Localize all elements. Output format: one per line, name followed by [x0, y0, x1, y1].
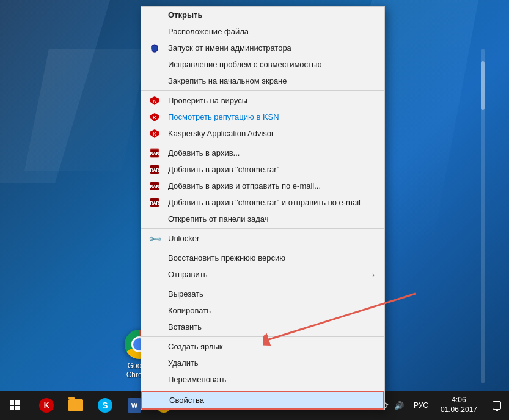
svg-text:RAR: RAR — [150, 151, 159, 156]
menu-label-file-location: Расположение файла — [168, 27, 249, 36]
taskbar-item-folder[interactable] — [61, 391, 90, 420]
menu-item-create-shortcut[interactable]: Создать ярлык — [141, 338, 384, 355]
menu-item-cut[interactable]: Вырезать — [141, 286, 384, 302]
menu-label-troubleshoot: Исправление проблем с совместимостью — [168, 60, 322, 69]
rar-icon-1: RAR — [148, 147, 161, 159]
svg-text:K: K — [153, 115, 156, 120]
notification-center-button[interactable] — [485, 391, 509, 420]
menu-label-unlocker: Unlocker — [168, 234, 199, 243]
send-to-arrow-icon: › — [372, 271, 375, 278]
separator-1 — [141, 90, 384, 91]
wrench-icon: 🔧 — [148, 233, 161, 245]
menu-label-add-send-email: Добавить в архив и отправить по e-mail..… — [168, 181, 321, 190]
right-accent — [481, 49, 485, 383]
context-menu: Открыть Расположение файла Запуск от име… — [141, 6, 385, 410]
menu-label-open: Открыть — [168, 10, 202, 20]
menu-item-delete[interactable]: Удалить — [141, 355, 384, 371]
menu-label-rename: Переименовать — [168, 375, 226, 384]
system-clock[interactable]: 4:06 01.06.2017 — [433, 391, 485, 420]
menu-label-restore-prev: Восстановить прежнюю версию — [168, 253, 285, 262]
menu-item-run-as-admin[interactable]: Запуск от имени администратора — [141, 40, 384, 56]
menu-label-add-chrome-email: Добавить в архив "chrome.rar" и отправит… — [168, 198, 361, 207]
menu-item-unlocker[interactable]: 🔧 Unlocker — [141, 230, 384, 247]
menu-label-delete: Удалить — [168, 358, 199, 368]
svg-text:RAR: RAR — [150, 168, 159, 172]
separator-2 — [141, 143, 384, 143]
windows-logo-icon — [10, 400, 20, 410]
menu-label-pin-start: Закрепить на начальном экране — [168, 76, 287, 85]
kaspersky-taskbar-icon: K — [39, 398, 54, 413]
accent-handle — [481, 61, 485, 110]
menu-item-add-archive[interactable]: RAR Добавить в архив... — [141, 145, 384, 161]
menu-item-scan-virus[interactable]: K Проверить на вирусы — [141, 92, 384, 109]
menu-item-view-ksn[interactable]: K Посмотреть репутацию в KSN — [141, 109, 384, 125]
menu-label-properties: Свойства — [169, 396, 204, 405]
menu-label-scan-virus: Проверить на вирусы — [168, 96, 247, 105]
menu-label-view-ksn: Посмотреть репутацию в KSN — [168, 112, 279, 121]
kaspersky-icon-2: K — [148, 111, 161, 123]
svg-text:RAR: RAR — [150, 201, 159, 205]
taskbar-item-skype[interactable]: S — [90, 391, 120, 420]
menu-item-copy[interactable]: Копировать — [141, 302, 384, 319]
word-taskbar-icon: W — [128, 398, 141, 413]
start-button[interactable] — [0, 391, 29, 420]
menu-item-unpin-taskbar[interactable]: Открепить от панели задач — [141, 211, 384, 227]
separator-7 — [141, 389, 384, 389]
menu-item-add-chrome-email[interactable]: RAR Добавить в архив "chrome.rar" и отпр… — [141, 194, 384, 211]
notification-icon — [493, 401, 501, 410]
separator-5 — [141, 284, 384, 284]
menu-label-paste: Вставить — [168, 322, 202, 331]
svg-text:K: K — [153, 131, 156, 137]
menu-item-open[interactable]: Открыть — [141, 7, 384, 23]
menu-item-properties[interactable]: Свойства — [141, 391, 384, 410]
shield-admin-icon — [148, 42, 161, 54]
clock-date: 01.06.2017 — [441, 405, 477, 415]
menu-item-send-to[interactable]: Отправить › — [141, 266, 384, 283]
rar-icon-2: RAR — [148, 164, 161, 176]
menu-label-cut: Вырезать — [168, 289, 203, 299]
menu-item-pin-start[interactable]: Закрепить на начальном экране — [141, 73, 384, 89]
taskbar-right: ^ 🔊 РУС 4:06 01.06.2017 — [370, 391, 509, 420]
kaspersky-icon-3: K — [148, 128, 161, 140]
kaspersky-icon-1: K — [148, 95, 161, 107]
menu-item-file-location[interactable]: Расположение файла — [141, 23, 384, 40]
menu-label-add-archive-chrome: Добавить в архив "chrome.rar" — [168, 165, 279, 174]
menu-item-add-send-email[interactable]: RAR Добавить в архив и отправить по e-ma… — [141, 178, 384, 194]
menu-item-troubleshoot[interactable]: Исправление проблем с совместимостью — [141, 56, 384, 73]
clock-time: 4:06 — [452, 396, 466, 405]
desktop: GoogleChrome Открыть Расположение файла … — [0, 0, 509, 420]
menu-item-restore-prev[interactable]: Восстановить прежнюю версию — [141, 250, 384, 266]
rar-icon-3: RAR — [148, 180, 161, 192]
menu-item-add-archive-chrome[interactable]: RAR Добавить в архив "chrome.rar" — [141, 161, 384, 178]
separator-4 — [141, 248, 384, 248]
taskbar-item-kaspersky[interactable]: K — [32, 391, 61, 420]
menu-label-unpin-taskbar: Открепить от панели задач — [168, 214, 269, 223]
menu-label-run-as-admin: Запуск от имени администратора — [168, 43, 291, 52]
svg-text:K: K — [153, 98, 156, 104]
folder-taskbar-icon — [68, 399, 83, 411]
svg-text:RAR: RAR — [150, 184, 159, 189]
volume-icon[interactable]: 🔊 — [394, 400, 404, 410]
language-indicator[interactable]: РУС — [409, 401, 433, 410]
separator-3 — [141, 228, 384, 229]
separator-6 — [141, 336, 384, 337]
language-label: РУС — [414, 401, 428, 410]
menu-label-copy: Копировать — [168, 306, 211, 315]
menu-label-kaspersky-advisor: Kaspersky Application Advisor — [168, 129, 274, 138]
menu-label-add-archive: Добавить в архив... — [168, 148, 240, 158]
menu-item-paste[interactable]: Вставить — [141, 319, 384, 335]
skype-taskbar-icon: S — [98, 398, 112, 413]
menu-item-kaspersky-advisor[interactable]: K Kaspersky Application Advisor — [141, 125, 384, 142]
menu-label-create-shortcut: Создать ярлык — [168, 342, 222, 351]
menu-item-rename[interactable]: Переименовать — [141, 371, 384, 388]
menu-label-send-to: Отправить — [168, 270, 207, 279]
rar-icon-4: RAR — [148, 197, 161, 209]
